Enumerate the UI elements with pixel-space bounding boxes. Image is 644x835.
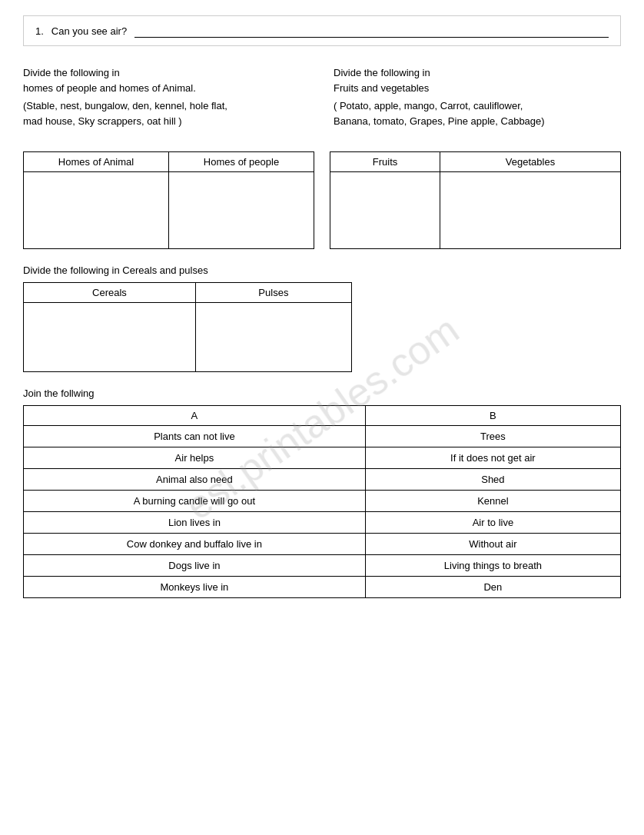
question-label: Can you see air? [51, 25, 127, 37]
join-cell-b: Kennel [365, 491, 620, 512]
cereals-col2-header: Pulses [195, 283, 351, 303]
question-number: 1. [35, 25, 44, 37]
join-cell-a: Animal also need [24, 469, 366, 491]
join-cell-a: Plants can not live [24, 426, 366, 447]
homes-col1-header: Homes of Animal [24, 152, 169, 172]
fruits-items: ( Potato, apple, mango, Carrot, cauliflo… [334, 98, 621, 128]
cereals-title: Divide the following in Cereals and puls… [23, 264, 621, 276]
homes-table-wrap: Homes of Animal Homes of people [23, 151, 314, 249]
question-one-box: 1. Can you see air? [23, 15, 621, 46]
fruits-col2-header: Vegetables [440, 152, 621, 172]
fruits-col1-header: Fruits [330, 152, 440, 172]
fruits-title: Divide the following in Fruits and veget… [334, 65, 621, 95]
homes-title: Divide the following in homes of people … [23, 65, 310, 95]
homes-items: (Stable, nest, bungalow, den, kennel, ho… [23, 98, 310, 128]
join-cell-b: If it does not get air [365, 447, 620, 469]
join-cell-a: Lion lives in [24, 512, 366, 534]
fruits-section: Divide the following in Fruits and veget… [334, 65, 621, 136]
join-cell-a: Cow donkey and buffalo live in [24, 534, 366, 555]
cereals-col1-header: Cereals [24, 283, 196, 303]
homes-people-cell [168, 172, 314, 249]
join-cell-b: Den [365, 577, 620, 598]
join-cell-b: Living things to breath [365, 555, 620, 577]
homes-fruits-tables: Homes of Animal Homes of people Fruits V… [23, 151, 621, 249]
pulses-cell [195, 303, 351, 372]
homes-table: Homes of Animal Homes of people [23, 151, 314, 249]
homes-col2-header: Homes of people [168, 152, 314, 172]
cereals-section: Divide the following in Cereals and puls… [23, 264, 621, 372]
table-row: Dogs live inLiving things to breath [24, 555, 621, 577]
join-section: Join the follwing A B Plants can not liv… [23, 388, 621, 598]
table-row: Plants can not liveTrees [24, 426, 621, 447]
fruits-cell [330, 172, 440, 249]
fruits-table-wrap: Fruits Vegetables [330, 151, 621, 249]
join-table: A B Plants can not liveTreesAir helpsIf … [23, 405, 621, 598]
join-cell-b: Without air [365, 534, 620, 555]
table-row: Cow donkey and buffalo live inWithout ai… [24, 534, 621, 555]
table-row: Monkeys live inDen [24, 577, 621, 598]
homes-animal-cell [24, 172, 169, 249]
cereals-table: Cereals Pulses [23, 282, 352, 372]
table-row: Air helpsIf it does not get air [24, 447, 621, 469]
join-cell-b: Trees [365, 426, 620, 447]
vegetables-cell [440, 172, 621, 249]
join-cell-b: Air to live [365, 512, 620, 534]
answer-line [134, 24, 609, 38]
table-row: Animal also needShed [24, 469, 621, 491]
cereals-cell [24, 303, 196, 372]
join-cell-a: A burning candle will go out [24, 491, 366, 512]
table-row: A burning candle will go outKennel [24, 491, 621, 512]
table-row: Lion lives inAir to live [24, 512, 621, 534]
join-cell-a: Dogs live in [24, 555, 366, 577]
join-cell-b: Shed [365, 469, 620, 491]
join-cell-a: Air helps [24, 447, 366, 469]
join-title: Join the follwing [23, 388, 621, 399]
fruits-table: Fruits Vegetables [330, 151, 621, 249]
homes-section: Divide the following in homes of people … [23, 65, 310, 136]
join-col-a-header: A [24, 406, 366, 426]
divide-sections: Divide the following in homes of people … [23, 65, 621, 136]
join-cell-a: Monkeys live in [24, 577, 366, 598]
join-col-b-header: B [365, 406, 620, 426]
